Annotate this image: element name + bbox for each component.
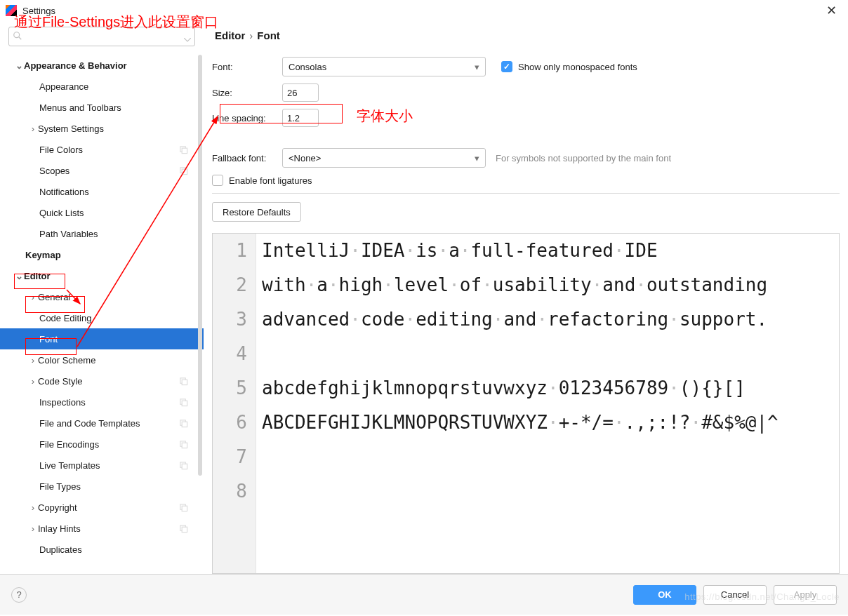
tree-item[interactable]: File Colors — [0, 139, 204, 160]
tree-item[interactable]: ›Color Scheme — [0, 349, 204, 370]
tree-item-label: File Encodings — [39, 439, 99, 450]
svg-line-1 — [19, 37, 22, 40]
ligatures-checkbox[interactable]: Enable font ligatures — [212, 175, 312, 186]
tree-item[interactable]: ›System Settings — [0, 118, 204, 139]
tree-item[interactable]: ›General — [0, 286, 204, 307]
tree-item-label: Code Editing — [39, 313, 91, 323]
copy-icon — [179, 503, 188, 512]
title-bar: Settings ✕ — [0, 0, 848, 21]
tree-item[interactable]: Scopes — [0, 160, 204, 181]
fallback-hint: For symbols not supported by the main fo… — [496, 153, 671, 163]
tree-item[interactable]: Keymap — [0, 244, 204, 265]
tree-item-label: Menus and Toolbars — [39, 102, 121, 113]
size-input[interactable]: 26 — [282, 83, 319, 102]
tree-item-label: Live Templates — [39, 460, 100, 471]
tree-item-label: Copyright — [38, 502, 77, 513]
tree-item[interactable]: Code Editing — [0, 307, 204, 328]
line-spacing-input[interactable]: 1.2 — [282, 109, 319, 127]
chevron-right-icon: › — [28, 292, 38, 302]
tree-item[interactable]: Appearance — [0, 76, 204, 97]
tree-item[interactable]: File Encodings — [0, 434, 204, 455]
chevron-right-icon: › — [28, 523, 38, 534]
settings-tree[interactable]: ⌄Appearance & BehaviorAppearanceMenus an… — [0, 52, 204, 574]
search-icon — [13, 31, 22, 41]
scrollbar[interactable] — [198, 55, 202, 476]
svg-rect-19 — [182, 527, 187, 532]
svg-rect-5 — [182, 169, 187, 174]
tree-item-label: File and Code Templates — [39, 418, 140, 429]
chevron-down-icon: ▾ — [475, 62, 479, 72]
tree-item-label: Inlay Hints — [38, 523, 81, 534]
chevron-down-icon[interactable] — [184, 34, 191, 44]
app-icon — [6, 5, 17, 16]
restore-defaults-button[interactable]: Restore Defaults — [212, 202, 301, 222]
cancel-button[interactable]: Cancel — [703, 585, 767, 605]
svg-rect-3 — [182, 148, 187, 153]
tree-item-label: File Types — [39, 481, 81, 492]
tree-item[interactable]: Live Templates — [0, 455, 204, 476]
tree-item[interactable]: Font — [0, 328, 204, 349]
copy-icon — [179, 377, 188, 386]
font-preview-editor[interactable]: 1 2 3 4 5 6 7 8 IntelliJ·IDEA·is·a·full-… — [212, 233, 840, 574]
tree-item-label: Notifications — [39, 187, 89, 197]
fallback-label: Fallback font: — [212, 153, 282, 163]
tree-item-label: General — [38, 292, 70, 302]
copy-icon — [179, 166, 188, 175]
svg-rect-11 — [182, 422, 187, 427]
tree-item[interactable]: File Types — [0, 476, 204, 497]
svg-rect-17 — [182, 506, 187, 511]
tree-item[interactable]: Duplicates — [0, 539, 204, 560]
copy-icon — [179, 440, 188, 449]
breadcrumb: Editor›Font — [204, 21, 848, 50]
tree-item-label: Appearance & Behavior — [24, 60, 127, 71]
monospace-checkbox[interactable]: Show only monospaced fonts — [501, 61, 637, 72]
copy-icon — [179, 461, 188, 470]
svg-rect-7 — [182, 380, 187, 384]
tree-item-label: Code Style — [38, 376, 83, 387]
chevron-down-icon: ⌄ — [14, 60, 24, 71]
search-input[interactable] — [8, 27, 195, 46]
chevron-right-icon: › — [28, 502, 38, 513]
tree-item-label: Path Variables — [39, 229, 98, 239]
tree-item[interactable]: Quick Lists — [0, 202, 204, 223]
tree-item[interactable]: File and Code Templates — [0, 413, 204, 434]
tree-item-label: Editor — [24, 271, 51, 281]
svg-rect-9 — [182, 401, 187, 406]
tree-item[interactable]: Notifications — [0, 181, 204, 202]
copy-icon — [179, 145, 188, 154]
tree-item[interactable]: Path Variables — [0, 223, 204, 244]
font-label: Font: — [212, 62, 282, 72]
chevron-right-icon: › — [28, 123, 38, 134]
svg-rect-15 — [182, 464, 187, 469]
tree-item[interactable]: ›Code Style — [0, 370, 204, 391]
tree-item[interactable]: ⌄Appearance & Behavior — [0, 55, 204, 76]
fallback-select[interactable]: <None> ▾ — [282, 148, 486, 168]
chevron-down-icon: ▾ — [475, 153, 479, 163]
help-button[interactable]: ? — [11, 587, 27, 603]
chevron-down-icon: ⌄ — [14, 271, 24, 281]
tree-item-label: Inspections — [39, 397, 86, 408]
svg-point-0 — [14, 32, 20, 38]
copy-icon — [179, 524, 188, 533]
tree-item[interactable]: ›Copyright — [0, 497, 204, 518]
tree-item-label: Font — [39, 334, 58, 344]
tree-item-label: Color Scheme — [38, 355, 95, 366]
tree-item-label: Duplicates — [39, 544, 82, 555]
close-icon[interactable]: ✕ — [821, 3, 842, 18]
tree-item-label: Keymap — [25, 250, 61, 260]
chevron-right-icon: › — [28, 376, 38, 387]
tree-item[interactable]: Menus and Toolbars — [0, 97, 204, 118]
dialog-footer: ? OK Cancel Apply — [0, 574, 848, 615]
line-spacing-label: Line spacing: — [212, 113, 282, 123]
ok-button[interactable]: OK — [633, 585, 696, 605]
font-select[interactable]: Consolas ▾ — [282, 57, 486, 76]
tree-item[interactable]: ›Inlay Hints — [0, 518, 204, 539]
apply-button[interactable]: Apply — [774, 585, 837, 605]
copy-icon — [179, 398, 188, 407]
chevron-right-icon: › — [28, 355, 38, 366]
tree-item-label: Appearance — [39, 81, 88, 92]
tree-item-label: Quick Lists — [39, 208, 84, 218]
tree-item[interactable]: Inspections — [0, 391, 204, 413]
tree-item-label: File Colors — [39, 145, 83, 155]
tree-item[interactable]: ⌄Editor — [0, 265, 204, 286]
